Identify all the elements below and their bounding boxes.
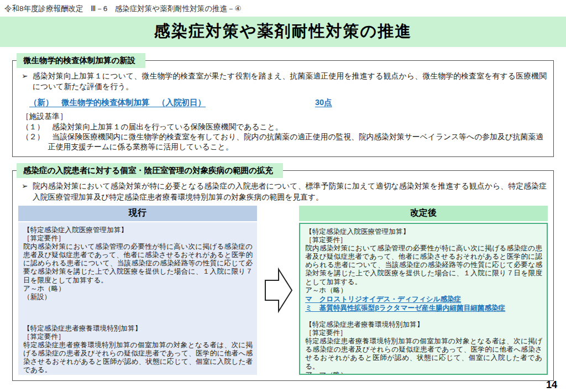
new-item-points: 30点 bbox=[315, 97, 332, 108]
page-number: 14 bbox=[546, 379, 557, 391]
page-title: 感染症対策や薬剤耐性対策の推進 bbox=[0, 17, 566, 47]
section-isolation-room-scope: 感染症の入院患者に対する個室・陰圧室管理の対象疾病の範囲の拡充 ➢ 院内感染対策… bbox=[12, 170, 554, 381]
revised-block1-title: 【特定感染症入院医療管理加算】 bbox=[305, 228, 542, 236]
current-block1-note: （新設） bbox=[23, 293, 253, 301]
section2-bullet-text: 院内感染対策において感染対策が特に必要となる感染症の入院患者について、標準予防策… bbox=[33, 181, 547, 202]
revised-block2-body: 特定感染症患者療養環境特別加算の個室加算の対象となる者は、次に掲げる感染症の患者… bbox=[305, 337, 542, 370]
facility-criteria-title: ［施設基準］ bbox=[22, 112, 547, 122]
current-block1-note: ア～ホ（略） bbox=[23, 285, 253, 293]
section-microbiology-addition: 微生物学的検査体制加算の新設 ➢ 感染対策向上加算１について、微生物学的検査室が… bbox=[12, 60, 554, 157]
facility-criteria-item: （１） 感染対策向上加算１の届出を行っている保険医療機関であること。 bbox=[22, 122, 547, 132]
revised-block1-added-disease: ミ 基質特異性拡張型βラクタマーゼ産生腸内細菌目細菌感染症 bbox=[305, 304, 542, 312]
section2-bullet: ➢ 院内感染対策において感染対策が特に必要となる感染症の入院患者について、標準予… bbox=[19, 181, 547, 202]
change-arrow-icon bbox=[262, 265, 294, 316]
revised-block1-body: 院内感染対策において感染管理の必要性が特に高い次に掲げる感染症の患者及び疑似症患… bbox=[305, 244, 542, 286]
comparison-columns: 現行 【特定感染症入院医療管理加算】 ［算定要件］ 院内感染対策において感染管理… bbox=[13, 202, 553, 380]
current-column-header: 現行 bbox=[18, 206, 257, 221]
current-block2-subtitle: ［算定要件］ bbox=[23, 333, 253, 341]
bullet-arrow-icon: ➢ bbox=[19, 181, 33, 202]
new-item-name: （新） 微生物学的検査体制加算 （入院初日） bbox=[29, 97, 206, 108]
section1-bullet-text: 感染対策向上加算１について、微生物学的検査室が果たす役割を踏まえ、抗菌薬適正使用… bbox=[33, 71, 547, 92]
section1-label: 微生物学的検査体制加算の新設 bbox=[17, 53, 145, 68]
revised-column-header: 改定後 bbox=[299, 206, 548, 221]
current-block2-body: 特定感染症患者療養環境特別加算の個室加算の対象となる者は、次に掲げる感染症の患者… bbox=[23, 341, 253, 374]
current-column: 現行 【特定感染症入院医療管理加算】 ［算定要件］ 院内感染対策において感染管理… bbox=[18, 206, 257, 375]
section1-bullet: ➢ 感染対策向上加算１について、微生物学的検査室が果たす役割を踏まえ、抗菌薬適正… bbox=[19, 71, 547, 92]
current-block1-title: 【特定感染症入院医療管理加算】 bbox=[23, 226, 253, 234]
revised-column-body: 【特定感染症入院医療管理加算】 ［算定要件］ 院内感染対策において感染管理の必要… bbox=[299, 223, 548, 375]
bullet-arrow-icon: ➢ bbox=[19, 71, 33, 92]
revised-block1-subtitle: ［算定要件］ bbox=[305, 236, 542, 244]
revised-block2-note: ア～マ（略） bbox=[305, 371, 542, 375]
revised-block2-title: 【特定感染症患者療養環境特別加算】 bbox=[305, 321, 542, 329]
revised-block1-note: ア～ホ（略） bbox=[305, 286, 542, 295]
current-block1-body: 院内感染対策において感染管理の必要性が特に高い次に掲げる感染症の患者及び疑似症患… bbox=[23, 243, 253, 285]
current-block1-subtitle: ［算定要件］ bbox=[23, 234, 253, 243]
arrow-zone bbox=[257, 206, 299, 375]
revised-column: 改定後 【特定感染症入院医療管理加算】 ［算定要件］ 院内感染対策において感染管… bbox=[299, 206, 548, 375]
current-block2-title: 【特定感染症患者療養環境特別加算】 bbox=[23, 325, 253, 333]
new-item-line: （新） 微生物学的検査体制加算 （入院初日） 30点 bbox=[29, 97, 547, 108]
revised-block2-subtitle: ［算定要件］ bbox=[305, 329, 542, 337]
slide-page: { "page": { "header": "令和8年度診療報酬改定 Ⅲ－6 感… bbox=[0, 0, 566, 392]
document-header: 令和8年度診療報酬改定 Ⅲ－6 感染症対策や薬剤耐性対策の推進－④ bbox=[0, 0, 566, 17]
revised-block1-added-disease: マ クロストリジオイデス・ディフィシル感染症 bbox=[305, 295, 542, 304]
current-column-body: 【特定感染症入院医療管理加算】 ［算定要件］ 院内感染対策において感染管理の必要… bbox=[18, 222, 257, 375]
section2-label: 感染症の入院患者に対する個室・陰圧室管理の対象疾病の範囲の拡充 bbox=[17, 163, 283, 178]
facility-criteria-item: （２） 当該保険医療機関内に微生物学的検査室を有しており、院内の抗菌薬の適正使用… bbox=[22, 132, 547, 152]
